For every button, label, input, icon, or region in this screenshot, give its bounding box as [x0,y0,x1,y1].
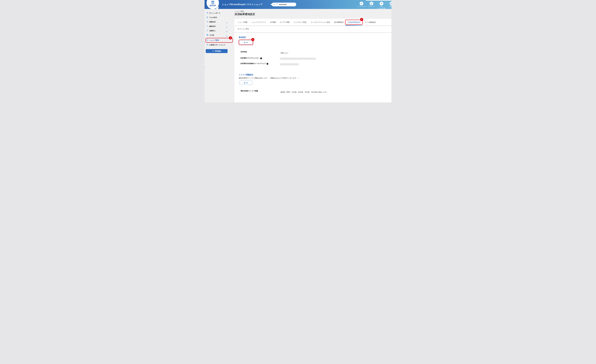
sidebar-collapse-icon[interactable]: ‹ [205,42,206,43]
tab-shop-info[interactable]: ショップ情報 [238,21,247,23]
header-quick-links: コードサンプル ドキュメント ? FAQ よくあるご質問 お問合せ [356,2,391,9]
chevron-down-icon [226,30,227,33]
check-circle-icon [207,21,208,23]
user-menu[interactable]: testUserId [272,3,296,6]
download-icon [212,50,214,52]
basic-settings-edit-button[interactable]: 編 集 [239,40,253,45]
sidebar-item-onetime-payment[interactable]: 都度決済 [207,21,233,23]
field-value-usage: 利用しない [281,52,289,54]
header-bar: ショップID:testShopId / テストショップ testUserId コ… [205,0,391,9]
tab-payment-result-notification-settings[interactable]: 決済結果通知設定 2 [348,21,361,23]
sidebar-item-customer-support-web[interactable]: お客様サポートウェブ [207,44,233,46]
contact-icon [390,2,392,5]
sidebar-item-recurring-payment[interactable]: 継続決済 [207,25,233,27]
field-label-notification-url: 結果通知プログラムＵＲＬi [240,57,262,59]
page-title: 決済結果通知設定 [235,12,255,16]
info-icon[interactable]: i [267,63,268,65]
external-link-icon [207,44,208,46]
chevron-down-icon [226,26,227,28]
field-label-usage: 利用有無 [240,51,247,53]
redacted-value-failure-contact-email [280,63,299,65]
tab-link-type-settings[interactable]: リンクタイプ設定 [293,21,306,23]
app-screen: ショップID:testShopId / テストショップ testUserId コ… [205,0,391,102]
chevron-down-icon [274,3,275,6]
cube-icon [207,16,208,19]
sidebar-item-others[interactable]: その他 [207,34,233,36]
logo-chevron-down-icon[interactable] [216,6,219,9]
sidebar-item-multi-transaction[interactable]: マルチ取引 [207,16,233,19]
tab-user-info[interactable]: ユーザー情報 [280,21,290,23]
breadcrumb: ショップ管理 [235,10,244,13]
document-icon [370,2,373,5]
field-label-retry-interval: 通知失敗時リトライ間隔 [240,90,258,92]
tab-option-application[interactable]: オプション申込 [238,28,249,30]
quick-link-document[interactable]: ドキュメント [366,2,376,9]
info-icon[interactable]: i [260,58,262,59]
field-value-retry-interval: 線形的（即時、10分後、30分後、70分後、150分後に再送します） [281,91,328,93]
settings-tab-bar: ショップ情報 ショップパスワード API情報 ユーザー情報 リンクタイプ設定 リ… [238,21,376,23]
dashboard-icon [207,12,208,14]
sidebar-item-dashboard[interactable]: ダッシュボード [207,12,233,14]
question-icon: ? [380,2,383,5]
basic-settings-heading: 基本設定 [239,36,246,38]
code-icon [360,2,363,5]
quick-link-faq[interactable]: ? FAQ よくあるご質問 [376,2,387,9]
tab-link-type-domain-settings[interactable]: リンクタイプドメイン設定 [311,21,330,23]
tab-payment-deadline-settings[interactable]: 支払期限設定 [334,21,344,23]
storefront-icon [211,1,215,5]
retry-settings-heading: リトライ間隔設定 [239,74,253,76]
sidebar-item-auto-sales[interactable]: 自動売上 [207,30,233,32]
sidebar-nav: ダッシュボード マルチ取引 都度決済 継続決済 自動売上 その他 シ [205,9,234,102]
sidebar-collapse-icon[interactable]: ‹ [205,66,206,68]
content-card: ショップ情報 ショップパスワード API情報 ユーザー情報 リンクタイプ設定 リ… [234,19,391,102]
grid-icon [207,34,208,36]
tab-shop-password[interactable]: ショップパスワード [251,21,266,23]
user-icon [276,3,278,6]
annotation-badge-3: 3 [251,38,254,41]
terms-of-use-button[interactable]: 利用規約 [206,49,228,53]
annotation-box-2 [345,20,363,25]
retry-settings-edit-button[interactable]: 編 集 [239,81,253,85]
chevron-down-icon [226,35,227,37]
retry-settings-description: 通知失敗時のリトライ間隔を設定します。（間隔はおおよその目安でございます。） [239,77,299,79]
terms-of-use-label: 利用規約 [215,50,221,52]
top-right-strip [366,0,391,0]
recurring-icon [207,25,208,28]
field-label-failure-contact-email: 結果通知失敗連絡先メールアドレスi [240,62,268,65]
auto-sales-icon [207,30,208,32]
sub-tab-bar: オプション申込 [238,28,249,30]
sub-tab-divider [234,32,391,33]
annotation-box-1 [206,38,233,43]
tab-divider [234,26,391,26]
annotation-badge-2: 2 [360,18,363,21]
quick-link-code-sample[interactable]: コードサンプル [356,2,366,9]
tab-api-info[interactable]: API情報 [270,21,276,23]
quick-link-contact[interactable]: お問合せ [387,2,391,9]
redacted-value-notification-url [280,58,316,60]
user-id: testUserId [279,4,287,5]
shop-title: ショップID:testShopId / テストショップ [222,3,262,6]
chevron-down-icon [226,22,227,24]
annotation-badge-1: 1 [229,36,232,39]
tab-mail-notification-settings[interactable]: メール通知設定 [365,21,376,23]
